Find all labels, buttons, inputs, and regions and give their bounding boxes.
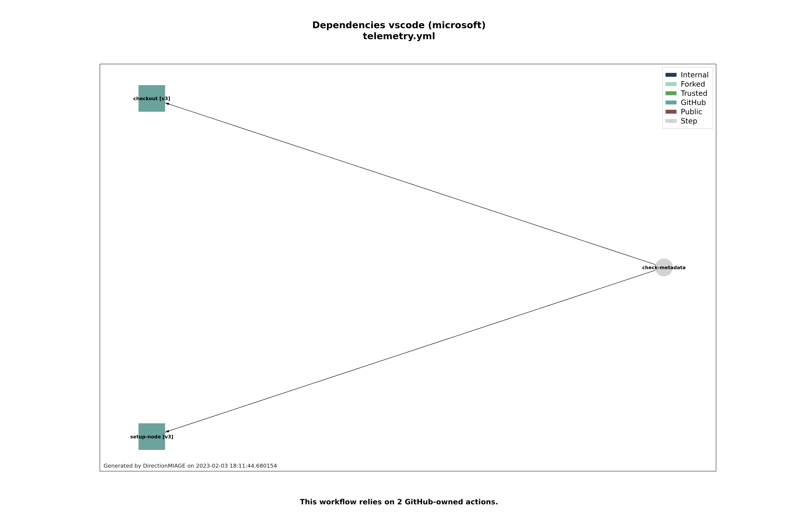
legend-label: Internal <box>681 71 709 79</box>
legend-item-step: Step <box>666 117 709 125</box>
edge <box>165 270 656 432</box>
node-label-checkout: checkout [v3] <box>133 96 170 101</box>
legend-item-trusted: Trusted <box>666 89 709 97</box>
legend-label: Trusted <box>681 89 707 97</box>
legend-swatch <box>666 100 677 104</box>
plot-area: checkout [v3]setup-node [v3]check-metada… <box>100 64 716 471</box>
legend-item-internal: Internal <box>666 71 709 79</box>
edge <box>165 103 656 265</box>
legend: InternalForkedTrustedGitHubPublicStep <box>662 67 713 129</box>
generated-by-text: Generated by DirectionMIAGE on 2023-02-0… <box>103 462 277 469</box>
legend-item-public: Public <box>666 108 709 116</box>
network-svg <box>100 64 716 471</box>
legend-swatch <box>666 82 677 86</box>
legend-item-github: GitHub <box>666 98 709 107</box>
legend-swatch <box>666 73 677 77</box>
legend-swatch <box>666 119 677 123</box>
legend-label: Public <box>681 108 702 116</box>
legend-swatch <box>666 110 677 114</box>
footer-summary: This workflow relies on 2 GitHub-owned a… <box>0 498 798 506</box>
legend-swatch <box>666 91 677 95</box>
chart-title: Dependencies vscode (microsoft) telemetr… <box>0 19 798 42</box>
legend-label: Forked <box>681 80 705 88</box>
legend-label: Step <box>681 117 697 125</box>
node-label-check-metadata: check-metadata <box>642 265 686 270</box>
node-label-setup-node: setup-node [v3] <box>130 434 173 439</box>
chart-title-line2: telemetry.yml <box>0 31 798 41</box>
legend-item-forked: Forked <box>666 80 709 88</box>
edge-arrow <box>165 103 169 105</box>
edge-arrow <box>165 430 169 432</box>
legend-label: GitHub <box>681 98 706 107</box>
chart-title-line1: Dependencies vscode (microsoft) <box>0 19 798 31</box>
